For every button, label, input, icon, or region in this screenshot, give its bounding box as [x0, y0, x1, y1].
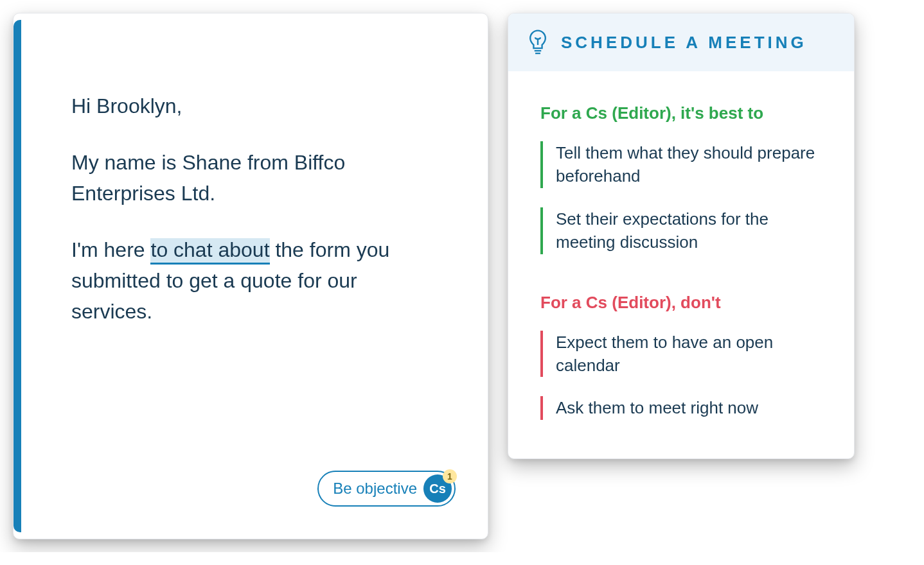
- tip-dont-item: Ask them to meet right now: [540, 396, 824, 419]
- email-card: Hi Brooklyn, My name is Shane from Biffc…: [13, 13, 488, 539]
- tip-dont-item: Expect them to have an open calendar: [540, 331, 824, 378]
- tips-title: SCHEDULE A MEETING: [561, 33, 807, 53]
- email-message: I'm here to chat about the form you subm…: [71, 234, 436, 327]
- cs-badge-count: 1: [443, 469, 457, 483]
- highlighted-phrase[interactable]: to chat about: [150, 238, 269, 265]
- suggestion-chip-label: Be objective: [333, 480, 417, 498]
- email-message-pre: I'm here: [71, 238, 150, 261]
- tip-do-item: Set their expectations for the meeting d…: [540, 207, 824, 254]
- tip-do-item: Tell them what they should prepare befor…: [540, 141, 824, 188]
- cs-badge: Cs 1: [423, 474, 452, 503]
- tips-dont-title: For a Cs (Editor), don't: [540, 293, 824, 313]
- tips-do-title: For a Cs (Editor), it's best to: [540, 103, 824, 123]
- email-intro: My name is Shane from Biffco Enterprises…: [71, 147, 436, 209]
- lightbulb-icon: [528, 29, 548, 56]
- tips-header: SCHEDULE A MEETING: [508, 13, 854, 71]
- suggestion-chip[interactable]: Be objective Cs 1: [317, 471, 456, 507]
- email-body: Hi Brooklyn, My name is Shane from Biffc…: [71, 91, 436, 327]
- email-greeting: Hi Brooklyn,: [71, 91, 436, 121]
- cs-badge-text: Cs: [429, 482, 446, 496]
- tips-card: SCHEDULE A MEETING For a Cs (Editor), it…: [508, 13, 855, 459]
- tips-body: For a Cs (Editor), it's best to Tell the…: [508, 71, 854, 458]
